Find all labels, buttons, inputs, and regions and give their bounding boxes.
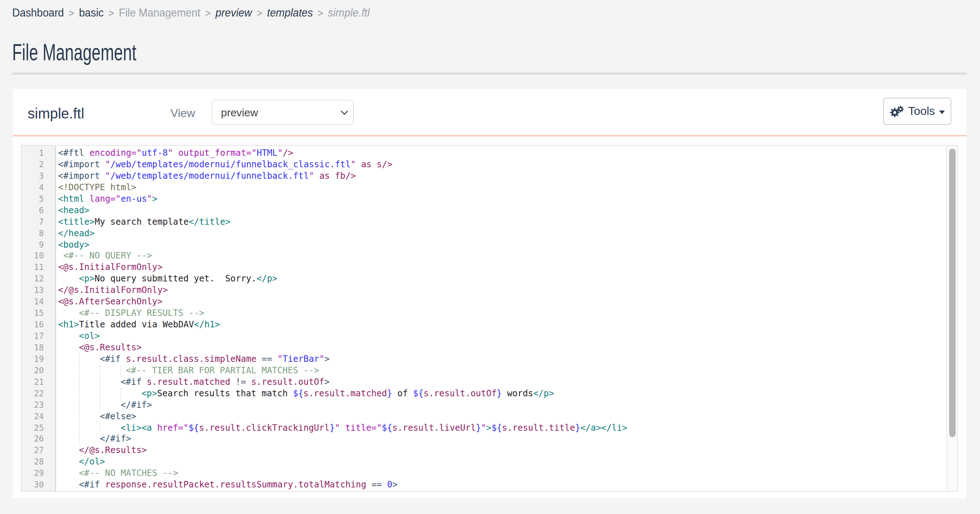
breadcrumb: Dashboard>basic>File Management>preview>… bbox=[12, 6, 370, 19]
indent-guide bbox=[100, 388, 100, 399]
code-line: <!DOCTYPE html> bbox=[58, 182, 946, 194]
code-line: </head> bbox=[58, 228, 946, 239]
line-number: 12 bbox=[21, 274, 55, 285]
code-line: <#else> bbox=[58, 411, 946, 423]
line-number: 24 bbox=[21, 411, 55, 423]
code-line: </#if> bbox=[58, 399, 946, 411]
code-line: <li><a href="${s.result.clickTrackingUrl… bbox=[58, 423, 946, 434]
indent-guide bbox=[79, 434, 80, 445]
indent-guide bbox=[121, 388, 121, 399]
caret-down-icon bbox=[939, 110, 945, 114]
view-select-value: preview bbox=[221, 106, 258, 118]
title-divider bbox=[12, 72, 966, 74]
view-select[interactable]: preview bbox=[212, 99, 354, 125]
code-lines: <#ftl encoding="utf-8" output_format="HT… bbox=[58, 148, 946, 491]
line-number: 5 bbox=[21, 194, 55, 205]
breadcrumb-separator: > bbox=[257, 7, 262, 19]
breadcrumb-item-file-management: File Management bbox=[119, 6, 200, 19]
line-number: 22 bbox=[21, 388, 55, 399]
accent-divider bbox=[13, 135, 966, 137]
code-line: <#-- NO QUERY --> bbox=[58, 251, 946, 262]
line-number: 15 bbox=[21, 308, 55, 319]
indent-guide bbox=[100, 423, 100, 434]
line-number: 19 bbox=[21, 354, 55, 366]
code-line: <@s.Results> bbox=[58, 342, 946, 354]
line-number: 30 bbox=[21, 479, 55, 491]
line-number: 26 bbox=[21, 434, 55, 445]
line-number: 10 bbox=[21, 251, 55, 262]
indent-guide bbox=[100, 377, 100, 388]
line-number: 18 bbox=[21, 342, 55, 354]
line-number: 2 bbox=[21, 160, 55, 171]
line-number: 23 bbox=[21, 399, 55, 411]
code-line: <html lang="en-us"> bbox=[58, 194, 946, 205]
line-number: 4 bbox=[21, 182, 55, 194]
line-number: 7 bbox=[21, 216, 55, 228]
line-number: 21 bbox=[21, 377, 55, 388]
line-number: 11 bbox=[21, 262, 55, 274]
code-line: <#import "/web/templates/modernui/funnel… bbox=[58, 171, 946, 182]
code-editor[interactable]: 1234567891011121314151617181920212223242… bbox=[21, 145, 958, 492]
line-number: 3 bbox=[21, 171, 55, 182]
line-number: 1 bbox=[21, 148, 55, 160]
code-line: <p>Search results that match ${s.result.… bbox=[58, 388, 946, 399]
gutter-numbers: 1234567891011121314151617181920212223242… bbox=[21, 148, 55, 491]
indent-guide bbox=[79, 354, 80, 366]
indent-guide bbox=[79, 423, 80, 434]
code-line: <ol> bbox=[58, 331, 946, 342]
breadcrumb-separator: > bbox=[68, 7, 74, 19]
editor-scrollbar bbox=[946, 145, 957, 491]
line-number: 28 bbox=[21, 457, 55, 468]
file-name: simple.ftl bbox=[28, 105, 84, 122]
indent-guide bbox=[79, 411, 80, 423]
indent-guide bbox=[79, 366, 80, 377]
editor-scrollbar-thumb[interactable] bbox=[949, 148, 955, 437]
line-number: 13 bbox=[21, 285, 55, 297]
line-number: 27 bbox=[21, 445, 55, 457]
code-line: </ol> bbox=[58, 457, 946, 468]
breadcrumb-item-templates[interactable]: templates bbox=[267, 6, 313, 19]
line-number: 6 bbox=[21, 205, 55, 216]
code-line: </#if> bbox=[58, 434, 946, 445]
code-line: </@s.InitialFormOnly> bbox=[58, 285, 946, 297]
indent-guide bbox=[100, 366, 100, 377]
code-line: <p>No query submitted yet. Sorry.</p> bbox=[58, 274, 946, 285]
breadcrumb-item-dashboard[interactable]: Dashboard bbox=[12, 6, 64, 19]
line-number: 29 bbox=[21, 468, 55, 480]
code-line: <#if s.result.class.simpleName == "TierB… bbox=[58, 354, 946, 366]
chevron-down-icon bbox=[340, 110, 348, 115]
view-label: View bbox=[152, 107, 195, 120]
indent-guide bbox=[100, 399, 100, 411]
page: Dashboard>basic>File Management>preview>… bbox=[0, 0, 980, 514]
indent-guide bbox=[79, 399, 80, 411]
code-line: <#import "/web/templates/modernui/funnel… bbox=[58, 160, 946, 171]
code-line: <body> bbox=[58, 239, 946, 251]
line-number: 8 bbox=[21, 228, 55, 239]
page-title: File Management bbox=[12, 40, 136, 66]
code-line: <#-- NO MATCHES --> bbox=[58, 468, 946, 480]
code-line: <#-- DISPLAY RESULTS --> bbox=[58, 308, 946, 319]
indent-guide bbox=[79, 377, 80, 388]
breadcrumb-item-basic[interactable]: basic bbox=[79, 6, 103, 19]
code-line: </@s.Results> bbox=[58, 445, 946, 457]
code-line: <#ftl encoding="utf-8" output_format="HT… bbox=[58, 148, 946, 160]
line-number: 17 bbox=[21, 331, 55, 342]
breadcrumb-item-preview[interactable]: preview bbox=[216, 6, 252, 19]
line-number: 20 bbox=[21, 366, 55, 377]
line-number: 16 bbox=[21, 319, 55, 331]
code-line: <#if s.result.matched != s.result.outOf> bbox=[58, 377, 946, 388]
tools-button[interactable]: Tools bbox=[883, 97, 951, 125]
breadcrumb-separator: > bbox=[317, 7, 323, 19]
line-number: 9 bbox=[21, 239, 55, 251]
line-number: 25 bbox=[21, 423, 55, 434]
breadcrumb-item-simple-ftl: simple.ftl bbox=[328, 6, 369, 19]
line-number: 14 bbox=[21, 297, 55, 308]
code-line: <#-- TIER BAR FOR PARTIAL MATCHES --> bbox=[58, 366, 946, 377]
code-line: <@s.InitialFormOnly> bbox=[58, 262, 946, 274]
indent-guide bbox=[79, 388, 80, 399]
code-line: <head> bbox=[58, 205, 946, 216]
code-line: <h1>Title added via WebDAV</h1> bbox=[58, 319, 946, 331]
tools-button-label: Tools bbox=[908, 105, 935, 118]
code-line: <#if response.resultPacket.resultsSummar… bbox=[58, 479, 946, 491]
gears-icon bbox=[889, 105, 904, 117]
